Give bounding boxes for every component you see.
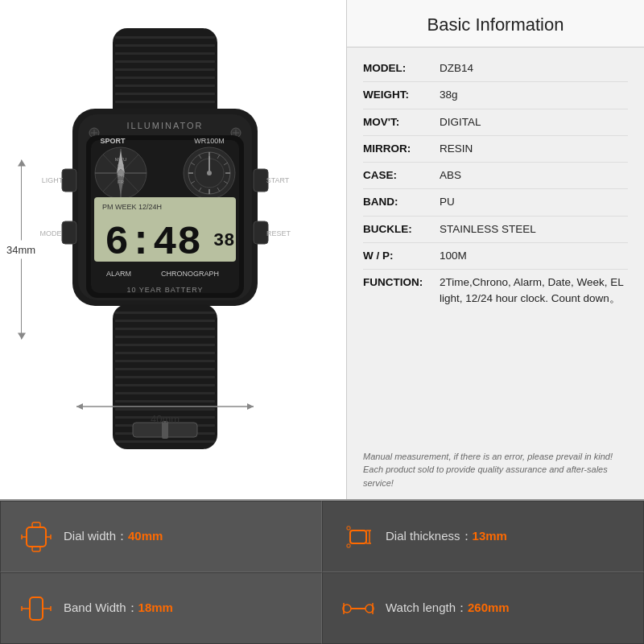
spec-box-dial-width: Dial width：40mm [0, 501, 322, 572]
dial-thickness-icon [342, 521, 374, 553]
svg-rect-81 [115, 352, 215, 354]
svg-rect-78 [115, 328, 215, 330]
svg-text:SPORT: SPORT [100, 137, 126, 145]
svg-text:LIGHT: LIGHT [42, 176, 64, 184]
svg-rect-86 [115, 392, 215, 394]
svg-rect-80 [115, 344, 215, 346]
watch-image: ILLUMINATOR [28, 28, 318, 479]
svg-rect-99 [27, 527, 46, 547]
info-row: CASE:ABS [363, 163, 628, 189]
dial-width-icon [20, 521, 52, 553]
spec-dial-width-text: Dial width：40mm [64, 529, 163, 544]
info-row: BUCKLE:STAINLESS STEEL [363, 217, 628, 243]
main-container: 34mm [0, 0, 644, 644]
info-panel-title: Basic Information [347, 0, 644, 47]
svg-text:MODE: MODE [40, 229, 62, 237]
svg-text:6:48: 6:48 [105, 220, 201, 266]
info-row: FUNCTION:2Time,Chrono, Alarm, Date, Week… [363, 270, 628, 312]
svg-text:WR100M: WR100M [194, 137, 225, 145]
svg-marker-97 [247, 403, 254, 410]
info-row: MODEL:DZB14 [363, 56, 628, 82]
svg-rect-6 [115, 76, 215, 79]
svg-text:FR: FR [118, 180, 125, 184]
info-value: STAINLESS STEEL [440, 221, 628, 237]
spec-box-dial-thickness: Dial thickness：13mm [322, 501, 644, 572]
svg-rect-2 [115, 44, 215, 47]
spec-watch-length-text: Watch length：260mm [386, 601, 510, 616]
bottom-section: Dial width：40mm Dial thickness：13mm [0, 499, 644, 644]
spec-box-watch-length: Watch length：260mm [322, 572, 644, 644]
info-key: MIRROR: [363, 141, 440, 157]
info-value: DZB14 [440, 60, 628, 76]
svg-rect-82 [115, 360, 215, 362]
watch-area: 34mm [0, 0, 346, 499]
info-row: WEIGHT:38g [363, 82, 628, 109]
spec-box-band-width: Band Width：18mm [0, 572, 322, 644]
svg-rect-4 [115, 60, 215, 63]
svg-text:40mm: 40mm [151, 413, 180, 425]
info-value: 38g [440, 87, 628, 103]
svg-text:ILLUMINATOR: ILLUMINATOR [127, 121, 204, 130]
svg-rect-110 [347, 526, 350, 530]
svg-rect-3 [115, 52, 215, 55]
svg-rect-88 [115, 408, 215, 411]
info-value: PU [440, 194, 628, 210]
svg-text:38: 38 [213, 231, 234, 251]
spec-dial-thickness-text: Dial thickness：13mm [386, 529, 507, 544]
info-key: BUCKLE: [363, 221, 440, 237]
info-value: 2Time,Chrono, Alarm, Date, Week, EL ligh… [440, 275, 628, 308]
svg-point-65 [207, 171, 212, 175]
info-value: 100M [440, 248, 628, 264]
svg-rect-5 [115, 68, 215, 71]
svg-rect-112 [30, 597, 43, 620]
svg-text:RESET: RESET [266, 229, 291, 237]
info-key: FUNCTION: [363, 275, 440, 291]
svg-rect-8 [115, 93, 215, 95]
info-key: MOV'T: [363, 114, 440, 130]
svg-rect-84 [115, 376, 215, 378]
top-section: 34mm [0, 0, 644, 499]
svg-text:START: START [266, 176, 290, 184]
svg-rect-1 [115, 36, 215, 39]
info-panel: Basic Information MODEL:DZB14WEIGHT:38gM… [346, 0, 644, 499]
spec-band-width-text: Band Width：18mm [64, 601, 173, 616]
info-value: RESIN [440, 141, 628, 157]
info-row: BAND:PU [363, 189, 628, 216]
info-row: MOV'T:DIGITAL [363, 109, 628, 136]
info-row: W / P:100M [363, 243, 628, 270]
svg-rect-28 [62, 221, 76, 244]
svg-text:10 YEAR BATTERY: 10 YEAR BATTERY [126, 286, 203, 294]
svg-rect-87 [115, 400, 215, 402]
svg-rect-106 [350, 530, 366, 543]
svg-rect-85 [115, 384, 215, 386]
svg-rect-111 [347, 544, 350, 547]
svg-text:M  TU: M TU [115, 157, 127, 162]
info-value: DIGITAL [440, 114, 628, 130]
svg-rect-27 [62, 169, 76, 192]
svg-rect-83 [115, 368, 215, 370]
info-rows: MODEL:DZB14WEIGHT:38gMOV'T:DIGITALMIRROR… [347, 47, 644, 444]
svg-text:SU: SU [118, 163, 124, 168]
svg-rect-76 [115, 312, 215, 314]
band-width-icon [20, 592, 52, 625]
info-note: Manual measurement, if there is an error… [347, 444, 644, 500]
svg-text:PM  WEEK  12/24H: PM WEEK 12/24H [102, 203, 162, 211]
svg-marker-96 [76, 403, 83, 410]
watch-length-icon [342, 592, 374, 625]
svg-text:TH: TH [118, 173, 124, 178]
svg-text:CHRONOGRAPH: CHRONOGRAPH [161, 270, 219, 278]
svg-rect-77 [115, 320, 215, 322]
svg-rect-92 [115, 440, 215, 443]
info-key: BAND: [363, 194, 440, 210]
svg-rect-7 [115, 85, 215, 87]
svg-rect-9 [115, 101, 215, 103]
info-value: ABS [440, 167, 628, 184]
info-row: MIRROR:RESIN [363, 136, 628, 163]
info-key: W / P: [363, 248, 440, 264]
info-key: MODEL: [363, 60, 440, 76]
info-key: CASE: [363, 167, 440, 184]
svg-text:ALARM: ALARM [106, 270, 131, 278]
info-key: WEIGHT: [363, 87, 440, 103]
svg-rect-79 [115, 336, 215, 338]
